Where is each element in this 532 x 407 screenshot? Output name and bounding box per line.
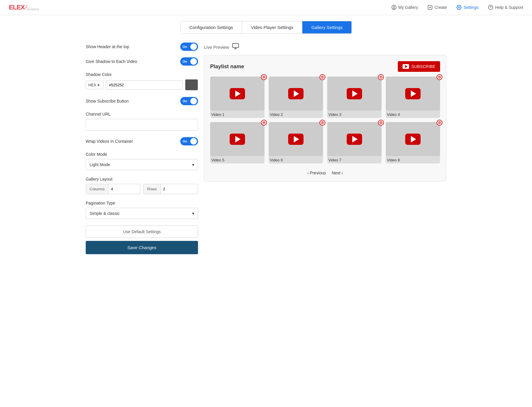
video-thumb-1[interactable] — [210, 77, 265, 111]
video-thumb-6[interactable] — [269, 122, 323, 156]
remove-video-3-button[interactable] — [378, 74, 384, 80]
settings-icon — [456, 5, 462, 10]
nav-my-gallery[interactable]: My Gallery — [391, 5, 418, 10]
wrap-videos-toggle[interactable]: On — [180, 137, 198, 145]
video-card-8: Video 8 — [386, 122, 440, 163]
play-btn-7 — [347, 134, 362, 145]
remove-video-8-button[interactable] — [437, 120, 442, 126]
wrap-videos-row: Wrap Videos In Container On — [86, 137, 198, 145]
subscribe-label: SUBSCRIBE — [411, 64, 435, 69]
shadow-color-label: Shadow Color — [86, 72, 198, 77]
shadow-hex-input[interactable] — [106, 80, 183, 90]
pagination-type-value: Simple & classic — [90, 211, 120, 216]
play-btn-4 — [405, 88, 421, 99]
video-card-2: Video 2 — [269, 77, 323, 118]
columns-label: Columns — [86, 184, 108, 194]
show-subscribe-slider: On — [180, 97, 198, 105]
shadow-color-swatch[interactable] — [185, 79, 198, 90]
play-btn-8 — [405, 134, 421, 145]
show-subscribe-row: Show Subscribe Button On — [86, 97, 198, 105]
play-btn-1 — [230, 88, 245, 99]
video-thumb-5[interactable] — [210, 122, 265, 156]
tab-video-player[interactable]: Video Player Settings — [242, 21, 302, 33]
youtube-icon — [403, 64, 409, 69]
nav-create[interactable]: Create — [427, 5, 447, 10]
video-thumb-4[interactable] — [386, 77, 440, 111]
pagination-type-chevron-icon: ▾ — [192, 211, 194, 216]
pagination: ‹ Previous Next › — [210, 168, 440, 175]
video-card-1: Video 1 — [210, 77, 265, 118]
give-shadow-toggle[interactable]: On — [180, 57, 198, 66]
nav-create-label: Create — [434, 5, 447, 10]
use-default-button[interactable]: Use Default Settings — [86, 226, 198, 238]
rows-input[interactable] — [161, 184, 176, 194]
give-shadow-row: Give Shadow to Each Video On — [86, 57, 198, 66]
chevron-left-icon: ‹ — [307, 171, 309, 175]
video-title-2: Video 2 — [269, 111, 323, 118]
show-header-row: Show Header at the top On — [86, 43, 198, 51]
color-mode-value: Light Mode — [90, 162, 110, 167]
logo-tensions: tensions — [27, 7, 39, 11]
video-card-6: Video 6 — [269, 122, 323, 163]
nav-settings[interactable]: Settings — [456, 5, 479, 10]
video-thumb-7[interactable] — [327, 122, 382, 156]
nav-my-gallery-label: My Gallery — [398, 5, 418, 10]
play-btn-6 — [288, 134, 304, 145]
color-mode-label: Color Mode — [86, 152, 198, 157]
give-shadow-label: Give Shadow to Each Video — [86, 59, 137, 64]
save-changes-button[interactable]: Save Changes — [86, 241, 198, 254]
previous-label: Previous — [310, 171, 326, 175]
play-btn-5 — [230, 134, 245, 145]
remove-video-2-button[interactable] — [319, 74, 325, 80]
video-card-5: Video 5 — [210, 122, 265, 163]
left-panel: Show Header at the top On Give Shadow to… — [86, 43, 204, 254]
pagination-type-label: Pagination Type — [86, 201, 198, 205]
remove-video-6-button[interactable] — [319, 120, 325, 126]
tabs-container: Configuration Settings Video Player Sett… — [0, 21, 532, 34]
nav-help[interactable]: Help & Support — [488, 5, 523, 10]
chevron-right-icon: › — [342, 171, 343, 175]
pagination-type-section: Pagination Type Simple & classic ▾ — [86, 201, 198, 219]
video-thumb-8[interactable] — [386, 122, 440, 156]
tab-configuration[interactable]: Configuration Settings — [181, 21, 242, 33]
video-thumb-3[interactable] — [327, 77, 382, 111]
rows-label: Rows — [144, 184, 161, 194]
wrap-videos-slider: On — [180, 137, 198, 145]
remove-video-5-button[interactable] — [261, 120, 267, 126]
logo: ELEX / tensions — [9, 4, 39, 11]
create-icon — [427, 5, 433, 10]
remove-video-7-button[interactable] — [378, 120, 384, 126]
gallery-layout-inputs: Columns Rows — [86, 184, 198, 194]
remove-video-1-button[interactable] — [261, 74, 267, 80]
previous-button[interactable]: ‹ Previous — [307, 171, 326, 175]
color-mode-section: Color Mode Light Mode ▾ — [86, 152, 198, 170]
svg-point-3 — [458, 7, 460, 8]
hex-chevron-icon: ▾ — [98, 83, 100, 87]
tabs: Configuration Settings Video Player Sett… — [180, 21, 352, 34]
video-title-4: Video 4 — [386, 111, 440, 118]
show-subscribe-toggle[interactable]: On — [180, 97, 198, 105]
preview-label: Live Preview — [204, 45, 229, 50]
columns-input[interactable] — [108, 184, 123, 194]
color-mode-dropdown[interactable]: Light Mode ▾ — [86, 159, 198, 170]
shadow-color-section: Shadow Color HEX ▾ — [86, 72, 198, 90]
tab-gallery[interactable]: Gallery Settings — [302, 21, 351, 33]
hex-select[interactable]: HEX ▾ — [86, 81, 103, 89]
pagination-type-dropdown[interactable]: Simple & classic ▾ — [86, 208, 198, 219]
show-subscribe-on-text: On — [183, 99, 187, 103]
hex-label: HEX — [88, 83, 96, 87]
subscribe-button[interactable]: SUBSCRIBE — [398, 61, 440, 72]
video-title-3: Video 3 — [327, 111, 382, 118]
video-title-8: Video 8 — [386, 156, 440, 163]
give-shadow-on-text: On — [183, 60, 187, 63]
preview-header: Live Preview — [204, 43, 446, 51]
video-thumb-2[interactable] — [269, 77, 323, 111]
remove-video-4-button[interactable] — [437, 74, 442, 80]
svg-rect-6 — [233, 43, 239, 48]
video-grid: Video 1 Video 2 — [210, 77, 440, 163]
shadow-color-inputs: HEX ▾ — [86, 79, 198, 90]
channel-url-input[interactable] — [86, 119, 198, 131]
video-title-5: Video 5 — [210, 156, 265, 163]
next-button[interactable]: Next › — [332, 171, 343, 175]
show-header-toggle[interactable]: On — [180, 43, 198, 51]
